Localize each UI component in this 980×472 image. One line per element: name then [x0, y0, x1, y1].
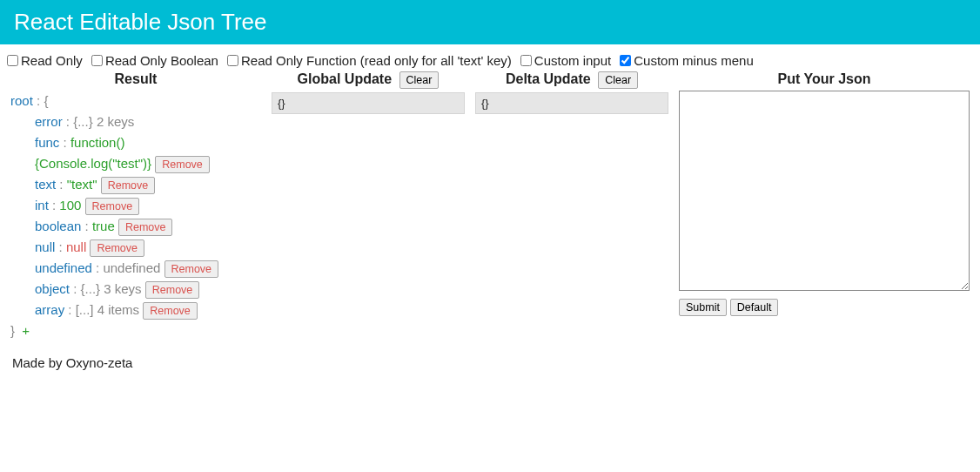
value-boolean[interactable]: true: [92, 219, 115, 233]
collapsed-object[interactable]: {...}: [81, 281, 101, 296]
global-update-title: Global Update: [298, 71, 392, 86]
summary-error: 2 keys: [97, 114, 134, 129]
readonly-function-checkbox[interactable]: [227, 55, 238, 66]
summary-array: 4 items: [97, 302, 139, 317]
func-signature[interactable]: function(): [70, 135, 125, 150]
summary-object: 3 keys: [104, 281, 141, 296]
readonly-boolean-option[interactable]: Read Only Boolean: [91, 53, 218, 68]
readonly-option[interactable]: Read Only: [7, 53, 83, 68]
footer: Made by Oxyno-zeta: [0, 341, 980, 384]
key-array[interactable]: array: [35, 302, 64, 317]
page-header: React Editable Json Tree: [0, 0, 980, 44]
key-object[interactable]: object: [35, 281, 70, 296]
tree-node-object[interactable]: object : {...} 3 keys Remove: [10, 279, 261, 300]
open-brace: {: [44, 93, 48, 108]
tree-node-null[interactable]: null : null Remove: [10, 237, 261, 258]
custom-minus-option[interactable]: Custom minus menu: [620, 53, 754, 68]
global-update-column: Global Update Clear {}: [266, 71, 470, 114]
remove-int-button[interactable]: Remove: [85, 198, 140, 215]
tree-node-func[interactable]: func : function(): [10, 132, 261, 153]
collapsed-error[interactable]: {...}: [73, 114, 93, 129]
panels: Result root : { error : {...} 2 keys fun…: [0, 71, 980, 341]
tree-root-close: } +: [10, 320, 261, 341]
delta-update-title-row: Delta Update Clear: [475, 71, 668, 89]
key-text[interactable]: text: [35, 177, 56, 192]
root-key[interactable]: root: [10, 93, 33, 108]
put-json-textarea[interactable]: [679, 91, 970, 291]
remove-func-button[interactable]: Remove: [155, 156, 210, 173]
readonly-label: Read Only: [21, 53, 83, 68]
custom-input-label: Custom input: [534, 53, 611, 68]
key-int[interactable]: int: [35, 198, 49, 212]
delta-update-column: Delta Update Clear {}: [470, 71, 674, 114]
remove-boolean-button[interactable]: Remove: [118, 219, 173, 236]
remove-object-button[interactable]: Remove: [145, 281, 200, 299]
global-update-title-row: Global Update Clear: [272, 71, 465, 89]
readonly-boolean-label: Read Only Boolean: [105, 53, 218, 68]
page-title: React Editable Json Tree: [14, 9, 267, 35]
close-brace: }: [10, 323, 15, 338]
readonly-function-option[interactable]: Read Only Function (read only for all 't…: [227, 53, 512, 68]
custom-input-checkbox[interactable]: [520, 55, 532, 66]
remove-array-button[interactable]: Remove: [143, 302, 198, 320]
put-json-actions: Submit Default: [679, 299, 970, 316]
put-json-title: Put Your Json: [679, 71, 970, 87]
value-text[interactable]: "text": [67, 177, 97, 192]
remove-text-button[interactable]: Remove: [101, 177, 156, 194]
key-error[interactable]: error: [35, 114, 63, 129]
readonly-function-label: Read Only Function (read only for all 't…: [241, 53, 512, 68]
key-func[interactable]: func: [35, 135, 59, 150]
tree-node-undefined[interactable]: undefined : undefined Remove: [10, 258, 261, 279]
remove-null-button[interactable]: Remove: [90, 239, 144, 257]
custom-minus-checkbox[interactable]: [620, 55, 631, 66]
result-column: Result root : { error : {...} 2 keys fun…: [5, 71, 266, 341]
readonly-checkbox[interactable]: [7, 55, 18, 66]
add-node-button[interactable]: +: [22, 323, 30, 338]
tree-node-int[interactable]: int : 100 Remove: [10, 195, 261, 216]
tree-node-boolean[interactable]: boolean : true Remove: [10, 216, 261, 237]
func-body[interactable]: {Console.log("test")}: [35, 156, 151, 171]
key-undefined[interactable]: undefined: [35, 260, 92, 275]
collapsed-array[interactable]: [...]: [76, 302, 94, 317]
result-title: Result: [10, 71, 261, 87]
value-null[interactable]: null: [66, 239, 86, 254]
tree-node-array[interactable]: array : [...] 4 items Remove: [10, 300, 261, 320]
submit-button[interactable]: Submit: [679, 299, 727, 316]
readonly-boolean-checkbox[interactable]: [91, 55, 103, 66]
global-clear-button[interactable]: Clear: [399, 71, 440, 89]
delta-update-title: Delta Update: [506, 71, 591, 86]
default-button[interactable]: Default: [730, 299, 779, 316]
key-boolean[interactable]: boolean: [35, 219, 81, 233]
tree-node-error[interactable]: error : {...} 2 keys: [10, 111, 261, 132]
delta-update-content: {}: [475, 92, 668, 114]
delta-clear-button[interactable]: Clear: [598, 71, 638, 89]
value-undefined[interactable]: undefined: [103, 260, 160, 275]
remove-undefined-button[interactable]: Remove: [164, 260, 219, 278]
tree-node-func-body-row: {Console.log("test")} Remove: [10, 153, 261, 174]
custom-minus-label: Custom minus menu: [634, 53, 754, 68]
key-null[interactable]: null: [35, 239, 55, 254]
value-int[interactable]: 100: [59, 198, 81, 212]
options-bar: Read Only Read Only Boolean Read Only Fu…: [0, 44, 980, 71]
tree-node-text[interactable]: text : "text" Remove: [10, 174, 261, 195]
footer-text: Made by Oxyno-zeta: [12, 355, 132, 370]
tree-root-open[interactable]: root : {: [10, 91, 261, 111]
global-update-content: {}: [272, 92, 465, 114]
put-json-column: Put Your Json Submit Default: [674, 71, 975, 316]
json-tree: root : { error : {...} 2 keys func : fun…: [10, 91, 261, 341]
custom-input-option[interactable]: Custom input: [520, 53, 611, 68]
